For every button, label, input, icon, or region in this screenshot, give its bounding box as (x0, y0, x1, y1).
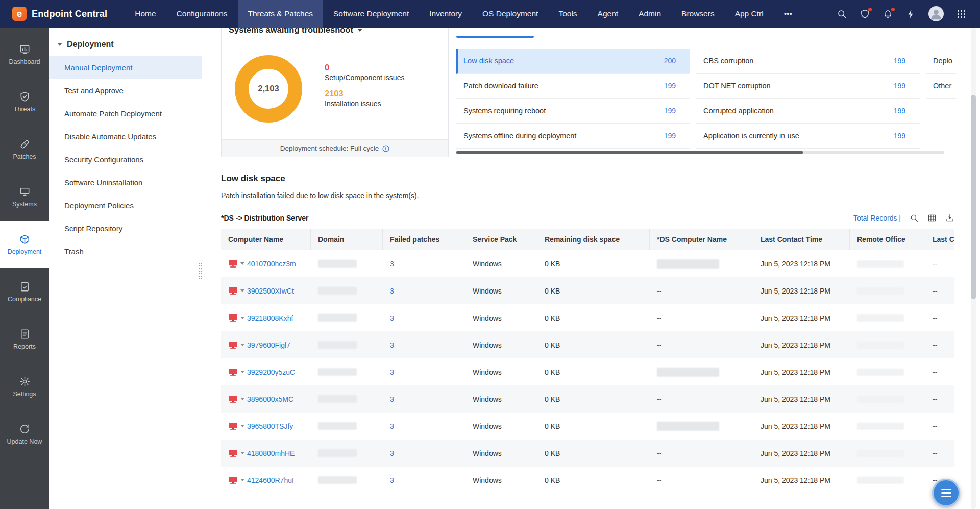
computer-icon[interactable] (228, 449, 238, 457)
chevron-down-icon[interactable] (240, 479, 244, 481)
sidebar-item-dashboard[interactable]: Dashboard (0, 31, 49, 78)
issue-low-disk-space[interactable]: Low disk space 200 (456, 49, 690, 74)
failed-patches-link[interactable]: 3 (390, 260, 394, 268)
chevron-down-icon[interactable] (240, 317, 244, 319)
sidebar-item-compliance[interactable]: Compliance (0, 268, 49, 316)
subnav-automate-patch-deployment[interactable]: Automate Patch Deployment (49, 102, 202, 125)
failed-patches-link[interactable]: 3 (390, 287, 394, 295)
notifications-bell-icon[interactable] (883, 9, 893, 19)
chevron-down-icon[interactable] (240, 289, 244, 292)
failed-patches-link[interactable]: 3 (390, 341, 394, 349)
sidebar-item-deployment[interactable]: Deployment (0, 221, 49, 268)
chevron-down-icon[interactable] (240, 452, 244, 454)
sidebar-item-settings[interactable]: Settings (0, 363, 49, 410)
panel-resize-handle[interactable] (199, 263, 204, 279)
sidebar-item-threats[interactable]: Threats (0, 78, 49, 126)
chevron-down-icon[interactable] (240, 398, 244, 400)
nav-browsers[interactable]: Browsers (671, 0, 725, 28)
vertical-scrollbar-thumb[interactable] (971, 95, 976, 299)
computer-name-link[interactable]: 3896000x5MC (247, 395, 293, 403)
issue-dot-net-corruption[interactable]: DOT NET corruption 199 (696, 74, 920, 99)
col-last-contact-time[interactable]: Last Contact Time (753, 229, 850, 250)
export-icon[interactable] (945, 213, 954, 223)
col-remaining-disk-space[interactable]: Remaining disk space (537, 229, 650, 250)
nav-agent[interactable]: Agent (587, 0, 629, 28)
subnav-disable-automatic-updates[interactable]: Disable Automatic Updates (49, 125, 202, 148)
computer-icon[interactable] (228, 422, 238, 430)
subnav-deployment-policies[interactable]: Deployment Policies (49, 194, 202, 217)
nav-configurations[interactable]: Configurations (166, 0, 238, 28)
vertical-scrollbar[interactable] (971, 28, 976, 509)
sidebar-item-reports[interactable]: Reports (0, 316, 49, 363)
computer-name-link[interactable]: 3902500XIwCt (247, 287, 294, 295)
computer-icon[interactable] (228, 368, 238, 376)
user-avatar[interactable] (928, 6, 944, 21)
issue-clipped-2[interactable]: Other (926, 74, 956, 99)
nav-tools[interactable]: Tools (548, 0, 587, 28)
computer-icon[interactable] (228, 395, 238, 403)
nav-more-menu[interactable]: ••• (774, 0, 802, 28)
col-last-clipped[interactable]: Last C (925, 229, 954, 250)
apps-grid-icon[interactable] (956, 9, 967, 19)
issue-corrupted-application[interactable]: Corrupted application 199 (696, 99, 920, 124)
col-service-pack[interactable]: Service Pack (465, 229, 537, 250)
subnav-test-and-approve[interactable]: Test and Approve (49, 79, 202, 102)
computer-icon[interactable] (228, 313, 238, 322)
subnav-script-repository[interactable]: Script Repository (49, 217, 202, 240)
computer-icon[interactable] (228, 341, 238, 349)
col-domain[interactable]: Domain (311, 229, 383, 250)
sidebar-item-systems[interactable]: Systems (0, 173, 49, 221)
issue-cbs-corruption[interactable]: CBS corruption 199 (696, 49, 920, 74)
nav-app-ctrl[interactable]: App Ctrl (725, 0, 774, 28)
chevron-down-icon[interactable] (357, 29, 362, 32)
issue-application-in-use[interactable]: Application is currently in use 199 (696, 124, 920, 149)
chevron-down-icon[interactable] (240, 425, 244, 427)
computer-icon[interactable] (228, 286, 238, 295)
horizontal-scrollbar-thumb[interactable] (456, 151, 803, 154)
horizontal-scrollbar[interactable] (456, 151, 944, 154)
total-records-link[interactable]: Total Records | (853, 214, 901, 222)
col-ds-computer-name[interactable]: *DS Computer Name (650, 229, 753, 250)
subnav-software-uninstallation[interactable]: Software Uninstallation (49, 171, 202, 194)
subsidebar-header[interactable]: Deployment (57, 40, 202, 49)
nav-admin[interactable]: Admin (628, 0, 671, 28)
nav-threats-patches[interactable]: Threats & Patches (238, 0, 324, 28)
failed-patches-link[interactable]: 3 (390, 314, 394, 322)
subnav-trash[interactable]: Trash (49, 240, 202, 263)
subnav-manual-deployment[interactable]: Manual Deployment (49, 56, 202, 79)
computer-name-link[interactable]: 3979600Figl7 (247, 341, 290, 349)
computer-name-link[interactable]: 4180800mhHE (247, 449, 295, 457)
nav-software-deployment[interactable]: Software Deployment (323, 0, 419, 28)
info-icon[interactable] (382, 145, 389, 152)
nav-inventory[interactable]: Inventory (419, 0, 472, 28)
computer-name-link[interactable]: 39218008Kxhf (247, 314, 293, 322)
col-computer-name[interactable]: Computer Name (221, 229, 311, 250)
failed-patches-link[interactable]: 3 (390, 422, 394, 430)
subnav-security-configurations[interactable]: Security Configurations (49, 148, 202, 171)
chevron-down-icon[interactable] (240, 262, 244, 265)
chevron-down-icon[interactable] (240, 371, 244, 373)
computer-name-link[interactable]: 4124600R7huI (247, 476, 294, 484)
col-failed-patches[interactable]: Failed patches (383, 229, 465, 250)
sidebar-item-patches[interactable]: Patches (0, 126, 49, 173)
computer-name-link[interactable]: 4010700hcz3m (247, 260, 296, 268)
quick-launch-bolt-icon[interactable] (905, 9, 916, 19)
failed-patches-link[interactable]: 3 (390, 476, 394, 484)
nav-os-deployment[interactable]: OS Deployment (472, 0, 548, 28)
computer-icon[interactable] (228, 476, 238, 484)
failed-patches-link[interactable]: 3 (390, 395, 394, 403)
search-icon[interactable] (837, 9, 847, 19)
computer-icon[interactable] (228, 259, 238, 268)
failed-patches-link[interactable]: 3 (390, 368, 394, 376)
computer-name-link[interactable]: 3965800TSJfy (247, 422, 293, 430)
sidebar-item-update-now[interactable]: Update Now (0, 410, 49, 458)
table-search-icon[interactable] (910, 213, 919, 223)
security-shield-icon[interactable] (860, 9, 870, 19)
col-remote-office[interactable]: Remote Office (850, 229, 925, 250)
issue-clipped-1[interactable]: Deplo (926, 49, 956, 74)
issue-patch-download-failure[interactable]: Patch download failure 199 (456, 74, 690, 99)
quick-actions-fab[interactable] (932, 479, 960, 507)
brand[interactable]: e Endpoint Central (0, 7, 125, 21)
issue-systems-requiring-reboot[interactable]: Systems requiring reboot 199 (456, 99, 690, 124)
table-view-icon[interactable] (927, 213, 937, 223)
